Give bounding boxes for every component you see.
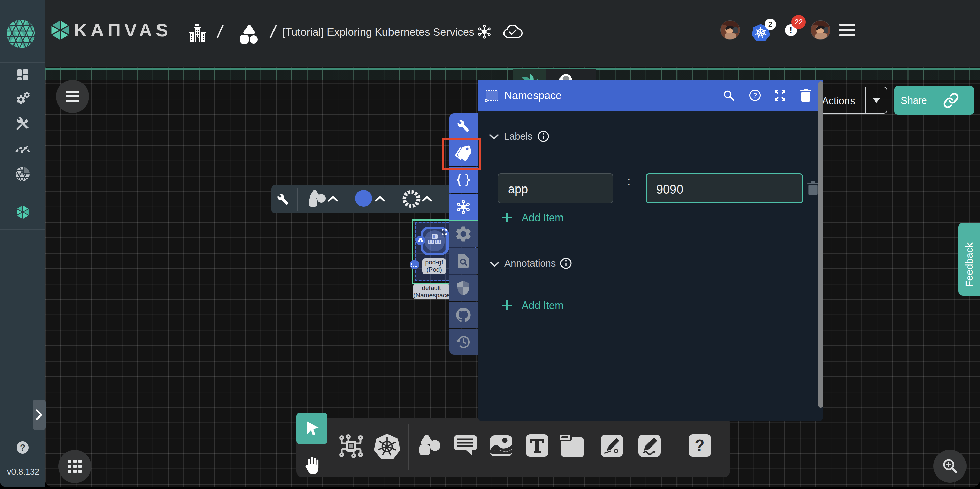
svg-text:?: ? bbox=[753, 91, 757, 99]
svg-text:?: ? bbox=[695, 436, 705, 454]
